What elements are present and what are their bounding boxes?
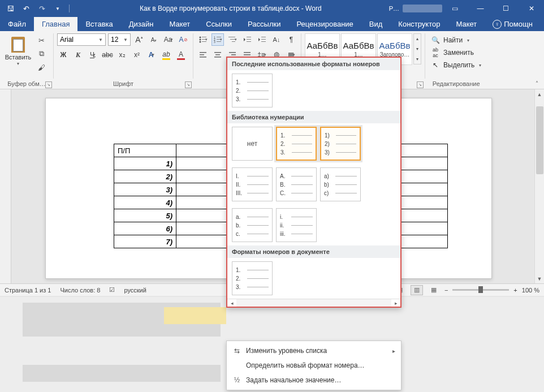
italic-button[interactable]: К xyxy=(72,49,84,61)
gallery-tile-doc-decimal-dot[interactable]: 1. 2. 3. xyxy=(232,261,273,295)
zoom-out-icon[interactable]: − xyxy=(444,287,448,294)
gallery-tile-none[interactable]: нет xyxy=(232,127,273,161)
gallery-tile-decimal-dot[interactable]: 1. 2. 3. xyxy=(276,127,317,161)
sort-icon[interactable]: A↓ xyxy=(270,33,283,46)
tab-home[interactable]: Главная xyxy=(34,17,77,31)
menu-change-list-level[interactable]: ⇆ Изменить уровень списка ▸ xyxy=(227,343,401,358)
spellcheck-icon[interactable]: ☑ xyxy=(109,286,115,294)
tab-mailings[interactable]: Рассылки xyxy=(240,17,288,31)
paste-button[interactable]: Вставить ▼ xyxy=(3,33,33,66)
shrink-font-icon[interactable]: A▾ xyxy=(148,33,160,46)
align-left-icon[interactable] xyxy=(197,49,209,61)
select-button[interactable]: ↖Выделить▾ xyxy=(429,59,483,71)
zoom-in-icon[interactable]: + xyxy=(513,287,517,294)
clear-formatting-icon[interactable]: A⊘ xyxy=(177,33,189,46)
vertical-scrollbar[interactable]: ▲ ▼ xyxy=(534,89,544,283)
copy-icon[interactable]: ⧉ xyxy=(35,48,48,59)
change-case-button[interactable]: Aa▾ xyxy=(162,33,175,46)
font-launcher-icon[interactable]: ↘ xyxy=(185,81,192,88)
gallery-tile-roman-lower[interactable]: i. ii. iii. xyxy=(276,208,317,242)
gallery-scrollbar[interactable]: ◂ ▸ xyxy=(227,299,400,307)
ribbon-display-options-icon[interactable]: ▭ xyxy=(442,0,468,17)
format-painter-icon[interactable]: 🖌 xyxy=(35,62,48,73)
table-row-num[interactable]: 2) xyxy=(114,170,176,183)
table-row-num[interactable]: 6) xyxy=(114,222,176,235)
align-center-icon[interactable] xyxy=(211,49,224,61)
table-row-num[interactable]: 7) xyxy=(114,235,176,248)
zoom-slider[interactable] xyxy=(452,289,509,291)
bullets-button[interactable]: ▾ xyxy=(197,33,209,46)
table-header-cell[interactable]: П/П xyxy=(114,144,176,157)
tab-review[interactable]: Рецензирование xyxy=(288,17,361,31)
close-button[interactable]: ✕ xyxy=(519,0,544,17)
table-row-num[interactable]: 1) xyxy=(114,157,176,170)
gallery-scroll-left-icon[interactable]: ◂ xyxy=(227,299,236,307)
qat-dropdown-icon[interactable]: ▼ xyxy=(53,4,62,13)
gallery-tile-alpha-lower-dot[interactable]: a. b. c. xyxy=(232,208,273,242)
underline-button[interactable]: Ч▾ xyxy=(87,49,99,61)
gallery-tile-alpha-lower-paren[interactable]: a) b) c) xyxy=(320,167,361,201)
scroll-thumb[interactable] xyxy=(536,106,543,174)
scroll-up-icon[interactable]: ▲ xyxy=(535,89,544,99)
undo-icon[interactable]: ↶ xyxy=(21,4,31,13)
styles-launcher-icon[interactable]: ↘ xyxy=(417,81,424,88)
styles-more[interactable]: ▴▾▾ xyxy=(413,33,421,64)
tell-me[interactable]: ♀ Помощн xyxy=(485,17,541,31)
multilevel-list-button[interactable]: ▾ xyxy=(226,33,239,46)
tab-references[interactable]: Ссылки xyxy=(198,17,240,31)
increase-indent-icon[interactable] xyxy=(256,33,268,46)
gallery-scroll-right-icon[interactable]: ▸ xyxy=(391,299,400,307)
maximize-button[interactable]: ☐ xyxy=(493,0,519,17)
grow-font-icon[interactable]: A▴ xyxy=(133,33,145,46)
tab-insert[interactable]: Вставка xyxy=(77,17,120,31)
bold-button[interactable]: Ж xyxy=(57,49,70,61)
clipboard-launcher-icon[interactable]: ↘ xyxy=(45,81,52,88)
status-language[interactable]: русский xyxy=(124,287,146,294)
tab-layout[interactable]: Макет xyxy=(161,17,198,31)
font-color-button[interactable]: A xyxy=(175,49,187,61)
scroll-down-icon[interactable]: ▼ xyxy=(535,274,544,283)
menu-set-numbering-value[interactable]: ½ Задать начальное значение… xyxy=(227,373,401,387)
subscript-button[interactable]: x₂ xyxy=(116,49,128,61)
decrease-indent-icon[interactable] xyxy=(241,33,253,46)
gallery-tile-decimal-paren[interactable]: 1) 2) 3) xyxy=(320,127,361,161)
save-icon[interactable]: 🖫 xyxy=(6,4,15,13)
strikethrough-button[interactable]: abc xyxy=(101,49,114,61)
status-page[interactable]: Страница 1 из 1 xyxy=(5,287,51,294)
quick-access-toolbar: 🖫 ↶ ↷ ▼ xyxy=(0,4,72,13)
find-button[interactable]: 🔍Найти▾ xyxy=(429,35,483,46)
status-words[interactable]: Число слов: 8 xyxy=(60,287,100,294)
account-hint[interactable]: Р… xyxy=(389,5,399,12)
share-button[interactable] xyxy=(541,17,544,31)
tab-file[interactable]: Файл xyxy=(0,17,34,31)
collapse-ribbon-icon[interactable]: ˄ xyxy=(532,79,542,88)
table-row-num[interactable]: 4) xyxy=(114,196,176,209)
superscript-button[interactable]: x² xyxy=(131,49,143,61)
cut-icon[interactable]: ✂ xyxy=(35,35,48,46)
gallery-tile-recent-decimal-dot[interactable]: 1. 2. 3. xyxy=(232,74,273,107)
print-layout-icon[interactable]: ▥ xyxy=(411,285,423,295)
gallery-tile-alpha-upper[interactable]: A. B. C. xyxy=(276,167,317,201)
gallery-tile-roman-upper[interactable]: I. II. III. xyxy=(232,167,273,201)
tab-design[interactable]: Дизайн xyxy=(121,17,162,31)
replace-button[interactable]: abacЗаменить xyxy=(429,47,483,58)
numbering-button[interactable]: 123▾ xyxy=(211,33,224,46)
font-name-combo[interactable]: Arial▼ xyxy=(57,33,106,46)
highlight-button[interactable]: ab xyxy=(160,49,172,61)
table-row-num[interactable]: 5) xyxy=(114,209,176,222)
tab-table-layout[interactable]: Макет xyxy=(448,17,485,31)
redo-icon[interactable]: ↷ xyxy=(37,4,46,13)
account-name[interactable] xyxy=(403,5,442,12)
search-icon: 🔍 xyxy=(431,36,440,44)
text-effects-button[interactable]: A▾ xyxy=(145,49,158,61)
tab-view[interactable]: Вид xyxy=(361,17,391,31)
tab-table-design[interactable]: Конструктор xyxy=(390,17,448,31)
font-size-combo[interactable]: 12▼ xyxy=(108,33,131,46)
minimize-button[interactable]: — xyxy=(468,0,493,17)
svg-rect-31 xyxy=(244,52,251,53)
zoom-label[interactable]: 100 % xyxy=(522,287,539,294)
show-marks-icon[interactable]: ¶ xyxy=(285,33,297,46)
table-row-num[interactable]: 3) xyxy=(114,183,176,196)
web-layout-icon[interactable]: ▦ xyxy=(428,285,440,295)
menu-define-new-number-format[interactable]: Определить новый формат номера… xyxy=(227,358,401,373)
